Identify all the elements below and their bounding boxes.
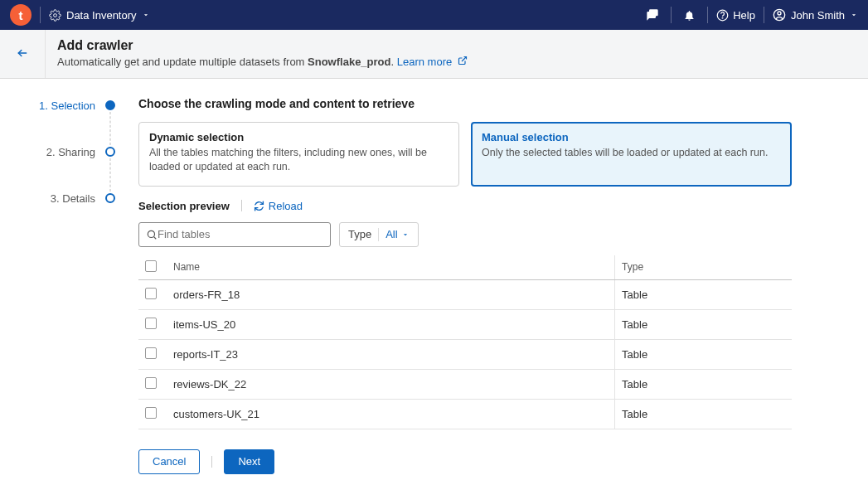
select-all-checkbox[interactable] — [145, 260, 157, 272]
app-switcher-label: Data Inventory — [66, 9, 137, 22]
next-label: Next — [238, 455, 260, 468]
learn-more-link[interactable]: Learn more — [397, 56, 452, 68]
sub-strong: Snowflake_prod — [308, 56, 390, 68]
col-type-header: Type — [615, 255, 792, 280]
step-dot — [105, 193, 115, 203]
selection-preview-label: Selection preview — [138, 200, 230, 212]
arrow-left-icon — [15, 47, 30, 59]
step-dot — [105, 147, 115, 157]
step-selection[interactable]: 1. Selection — [0, 97, 120, 114]
app-switcher[interactable]: Data Inventory — [49, 9, 150, 22]
mode-dynamic-title: Dynamic selection — [149, 131, 449, 143]
top-nav: t Data Inventory Help John Smith — [0, 0, 868, 30]
type-filter-value: All — [386, 228, 397, 240]
row-name: items-US_20 — [167, 309, 615, 339]
sub-post: . — [390, 56, 396, 68]
type-filter-label: Type — [348, 228, 371, 240]
row-name: orders-FR_18 — [167, 279, 615, 309]
mode-dynamic-card[interactable]: Dynamic selection All the tables matchin… — [138, 122, 459, 187]
sub-pre: Automatically get and update multiple da… — [57, 56, 308, 68]
step-label: 3. Details — [51, 192, 95, 205]
table-row[interactable]: customers-UK_21 Table — [138, 399, 792, 429]
user-icon — [773, 8, 786, 22]
divider — [378, 228, 379, 241]
page-header: Add crawler Automatically get and update… — [0, 30, 868, 79]
row-checkbox[interactable] — [145, 318, 157, 329]
row-name: customers-UK_21 — [167, 399, 615, 429]
step-label: 1. Selection — [39, 99, 95, 112]
chat-icon[interactable] — [643, 8, 662, 22]
mode-manual-desc: Only the selected tables will be loaded … — [482, 146, 781, 160]
svg-point-0 — [54, 13, 57, 17]
reload-label: Reload — [269, 200, 303, 212]
help-label: Help — [733, 9, 755, 22]
row-checkbox[interactable] — [145, 347, 157, 359]
row-type: Table — [615, 399, 792, 429]
reload-icon — [254, 201, 264, 211]
bell-icon[interactable] — [680, 9, 699, 22]
find-tables-search[interactable] — [138, 222, 331, 247]
divider — [211, 456, 212, 468]
stepper: 1. Selection 2. Sharing 3. Details — [0, 97, 120, 206]
help-icon — [716, 9, 729, 22]
row-checkbox[interactable] — [145, 407, 157, 419]
search-icon — [146, 229, 158, 240]
chevron-down-icon — [401, 230, 410, 239]
mode-manual-title: Manual selection — [482, 131, 781, 143]
step-sharing[interactable]: 2. Sharing — [0, 143, 120, 160]
svg-point-5 — [148, 230, 154, 237]
type-filter[interactable]: Type All — [339, 222, 419, 247]
cancel-button[interactable]: Cancel — [138, 449, 200, 474]
divider — [671, 7, 672, 23]
divider — [241, 200, 242, 211]
help-link[interactable]: Help — [716, 9, 755, 22]
find-tables-input[interactable] — [158, 228, 323, 240]
table-row[interactable]: reviews-DK_22 Table — [138, 369, 792, 399]
row-type: Table — [615, 309, 792, 339]
col-name-header: Name — [167, 255, 615, 280]
chevron-down-icon — [850, 11, 858, 19]
app-icon — [49, 9, 61, 22]
step-label: 2. Sharing — [46, 146, 95, 158]
row-type: Table — [615, 279, 792, 309]
next-button[interactable]: Next — [224, 449, 274, 474]
step-details[interactable]: 3. Details — [0, 190, 120, 206]
svg-point-4 — [778, 12, 781, 15]
row-name: reviews-DK_22 — [167, 369, 615, 399]
learn-more-label: Learn more — [397, 56, 452, 68]
back-button[interactable] — [15, 47, 30, 61]
table-row[interactable]: items-US_20 Table — [138, 309, 792, 339]
divider — [707, 7, 708, 23]
row-checkbox[interactable] — [145, 377, 157, 389]
page-subtitle: Automatically get and update multiple da… — [57, 56, 856, 68]
table-row[interactable]: reports-IT_23 Table — [138, 339, 792, 369]
table-row[interactable]: orders-FR_18 Table — [138, 279, 792, 309]
user-name: John Smith — [791, 9, 845, 22]
svg-point-2 — [722, 17, 723, 18]
row-type: Table — [615, 369, 792, 399]
divider — [40, 7, 41, 23]
divider — [764, 7, 764, 23]
cancel-label: Cancel — [153, 455, 186, 468]
section-heading: Choose the crawling mode and content to … — [138, 97, 792, 110]
app-logo[interactable]: t — [10, 4, 32, 26]
mode-dynamic-desc: All the tables matching the filters, inc… — [149, 146, 449, 174]
page-title: Add crawler — [57, 38, 856, 53]
chevron-down-icon — [142, 11, 150, 19]
tables-table: Name Type orders-FR_18 Table items-US_20… — [138, 255, 792, 429]
mode-manual-card[interactable]: Manual selection Only the selected table… — [471, 122, 792, 187]
external-link-icon — [458, 56, 468, 68]
user-menu[interactable]: John Smith — [773, 8, 858, 22]
row-type: Table — [615, 339, 792, 369]
reload-link[interactable]: Reload — [254, 200, 303, 212]
step-dot — [105, 100, 115, 110]
row-name: reports-IT_23 — [167, 339, 615, 369]
row-checkbox[interactable] — [145, 288, 157, 299]
